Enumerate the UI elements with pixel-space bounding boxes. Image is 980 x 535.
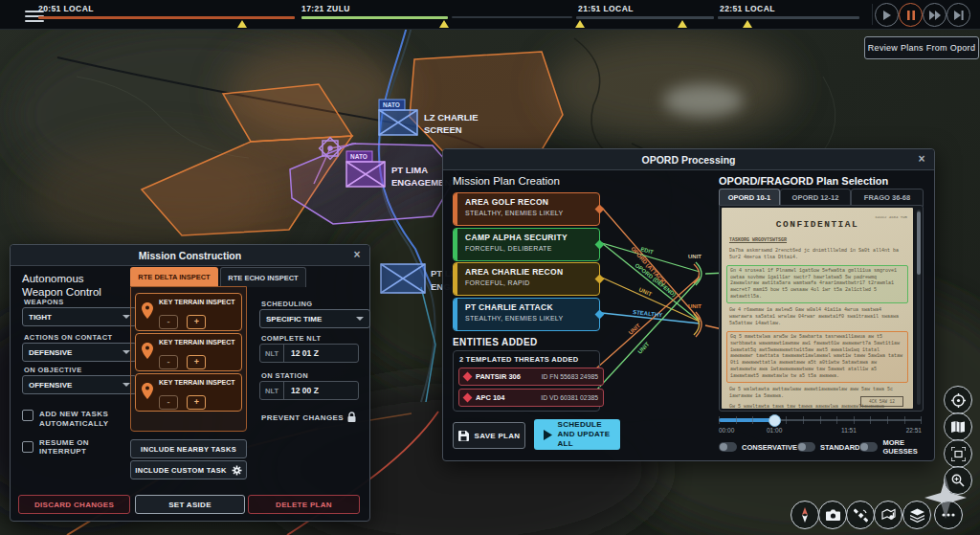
- camera-icon: [826, 509, 840, 521]
- capture-frame-icon: [951, 447, 966, 461]
- timeline-bar-2[interactable]: [301, 16, 448, 19]
- timeline-marker[interactable]: [237, 20, 247, 28]
- plan-card-pt-charlie-attack[interactable]: PT CHARLIE ATTACK STEALTHY, ENEMIES LIKE…: [453, 298, 600, 331]
- scheduling-label: SCHEDULING: [261, 300, 313, 308]
- decrement-button[interactable]: -: [159, 355, 178, 369]
- toggle-switch[interactable]: [797, 442, 815, 452]
- key-terrain-task[interactable]: KEY TERRAIN INSPECT - +: [135, 293, 242, 331]
- map-book-button[interactable]: [944, 412, 972, 441]
- timeline-bar-1[interactable]: [38, 16, 295, 19]
- decrement-button[interactable]: -: [159, 315, 178, 329]
- lock-icon[interactable]: [346, 412, 357, 423]
- highlight-box-green[interactable]: Gn 4 sroseal 1f Plnamwl 1gat6ow 5efwa6ta…: [726, 265, 908, 303]
- satellite-button[interactable]: [846, 501, 875, 529]
- tab-opord-10-1[interactable]: OPORD 10-1: [719, 189, 780, 206]
- layers-button[interactable]: [902, 501, 931, 529]
- document-time-scrubber[interactable]: 00:00 01:00 11:51 22:51: [719, 412, 922, 435]
- opord-document-page[interactable]: C4XX2 4C84 TU5 CONFIDENTIAL TASKORG WRGO…: [722, 208, 913, 409]
- document-heading: TASKORG WRGOVTSWTSGR: [729, 237, 905, 244]
- document-paragraph: Gq 5 mawttwlwa arw5w 1w 5awbarta tasrwwa…: [730, 334, 904, 380]
- capture-frame-button[interactable]: [944, 439, 972, 468]
- timeline-marker[interactable]: [743, 20, 752, 28]
- plan-card-area-charlie-recon[interactable]: AREA CHARLIE RECON FORCEFUL, RAPID: [453, 262, 600, 296]
- entity-row-pantsir[interactable]: PANTSIR 306 ID FN 55683 24985: [458, 368, 604, 386]
- zoom-search-button[interactable]: [944, 466, 972, 495]
- highlight-box-orange[interactable]: Gq 5 mawttwlwa arw5w 1w 5awbarta tasrwwa…: [726, 331, 908, 383]
- on-station-input[interactable]: NLT 12 00 Z: [259, 381, 359, 400]
- magnifier-plus-icon: [951, 474, 965, 487]
- svg-text:UNIT: UNIT: [638, 286, 654, 297]
- more-options-button[interactable]: [934, 501, 963, 529]
- key-terrain-task[interactable]: KEY TERRAIN INSPECT - +: [135, 373, 242, 412]
- play-button[interactable]: [875, 3, 899, 27]
- review-plans-button[interactable]: Review Plans From Opord: [864, 36, 979, 59]
- set-aside-button[interactable]: SET ASIDE: [135, 495, 245, 514]
- timeline-marker[interactable]: [439, 20, 449, 28]
- save-plan-button[interactable]: SAVE PLAN: [453, 422, 525, 449]
- map-book-icon: [951, 421, 965, 434]
- complete-nlt-input[interactable]: NLT 12 01 Z: [259, 344, 359, 363]
- increment-button[interactable]: +: [187, 315, 206, 329]
- timeline-bar-4[interactable]: [718, 16, 859, 19]
- entity-row-apc[interactable]: APC 104 ID VD 60381 02385: [458, 389, 604, 407]
- svg-text:NATO: NATO: [350, 153, 368, 160]
- timeline-marker[interactable]: [575, 20, 585, 28]
- on-objective-select[interactable]: OFFENSIVE: [22, 375, 137, 394]
- map-annotations-icon: [881, 508, 896, 522]
- key-terrain-task[interactable]: KEY TERRAIN INSPECT - +: [135, 333, 242, 371]
- timeline-label-4: 22:51 LOCAL: [720, 4, 775, 13]
- increment-button[interactable]: +: [187, 395, 206, 410]
- toggle-conservative[interactable]: CONSERVATIVE: [719, 438, 797, 456]
- weapons-select[interactable]: TIGHT: [22, 307, 137, 326]
- scrubber-handle[interactable]: [768, 414, 781, 427]
- add-new-tasks-checkbox[interactable]: ADD NEW TASKS AUTOMATICALLY: [22, 410, 127, 430]
- app-root: NATO LZ CHARLIE SCREEN NATO PT LIMA ENGA…: [0, 0, 980, 535]
- discard-changes-button[interactable]: DISCARD CHANGES: [18, 495, 130, 514]
- compass-waypoint-icon[interactable]: [320, 138, 342, 160]
- plan-card-camp-alpha-security[interactable]: CAMP ALPHA SECURITY FORCEFUL, DELIBERATE: [453, 228, 600, 261]
- actions-on-contact-select[interactable]: DEFENSIVE: [22, 343, 137, 362]
- document-scrollbar[interactable]: [917, 210, 921, 405]
- timeline-label-3: 21:51 LOCAL: [578, 4, 634, 13]
- svg-text:UNIT: UNIT: [628, 323, 642, 336]
- camera-button[interactable]: [818, 501, 847, 529]
- document-code: C4XX2 4C84 TU5: [875, 215, 907, 219]
- mission-construction-title[interactable]: Mission Construction ×: [11, 245, 369, 266]
- svg-text:LZ CHARLIE: LZ CHARLIE: [424, 112, 478, 123]
- fast-forward-button[interactable]: [923, 3, 947, 27]
- resume-on-interrupt-checkbox[interactable]: RESUME ON INTERRUPT: [22, 438, 133, 456]
- timeline-marker[interactable]: [678, 20, 687, 28]
- chevron-down-icon: [122, 383, 130, 387]
- delete-plan-button[interactable]: DELETE PLAN: [248, 495, 360, 514]
- checkbox-icon[interactable]: [22, 410, 33, 421]
- compass-pin-button[interactable]: [791, 501, 819, 529]
- opord-panel-title[interactable]: OPORD Processing ×: [443, 149, 934, 170]
- decrement-button[interactable]: -: [159, 395, 178, 410]
- toggle-more-guesses[interactable]: MORE GUESSES: [859, 438, 925, 456]
- include-custom-task-button[interactable]: INCLUDE CUSTOM TASK: [130, 460, 247, 479]
- toggle-switch[interactable]: [719, 442, 737, 452]
- toggle-switch[interactable]: [859, 442, 878, 452]
- mission-plan-creation-heading: Mission Plan Creation: [453, 175, 560, 187]
- checkbox-icon[interactable]: [22, 441, 33, 453]
- toggle-standard[interactable]: STANDARD: [797, 438, 860, 456]
- tab-rte-delta-inspect[interactable]: RTE DELTA INSPECT: [130, 267, 218, 286]
- task-list-container: KEY TERRAIN INSPECT - + KEY TERRAIN INSP…: [130, 286, 247, 432]
- close-icon[interactable]: ×: [915, 152, 928, 166]
- plan-card-area-golf-recon[interactable]: AREA GOLF RECON STEALTHY, ENEMIES LIKELY: [453, 192, 600, 226]
- timeline-bar-3[interactable]: [576, 16, 714, 19]
- skip-end-button[interactable]: [947, 3, 970, 27]
- map-stack-button[interactable]: [874, 501, 902, 529]
- playback-divider: [872, 4, 873, 25]
- tab-rte-echo-inspect[interactable]: RTE ECHO INSPECT: [220, 267, 306, 287]
- scrubber-tick-label: 01:00: [767, 427, 782, 434]
- scheduling-select[interactable]: SPECIFIC TIME: [259, 309, 370, 328]
- connector-nub: [595, 310, 605, 320]
- include-nearby-tasks-button[interactable]: INCLUDE NEARBY TASKS: [130, 439, 247, 458]
- close-icon[interactable]: ×: [350, 248, 364, 261]
- center-target-button[interactable]: [944, 386, 972, 414]
- schedule-update-all-button[interactable]: SCHEDULE AND UPDATE ALL: [534, 419, 620, 450]
- increment-button[interactable]: +: [187, 355, 206, 369]
- ellipsis-icon: [942, 513, 955, 517]
- pause-button[interactable]: [899, 3, 923, 27]
